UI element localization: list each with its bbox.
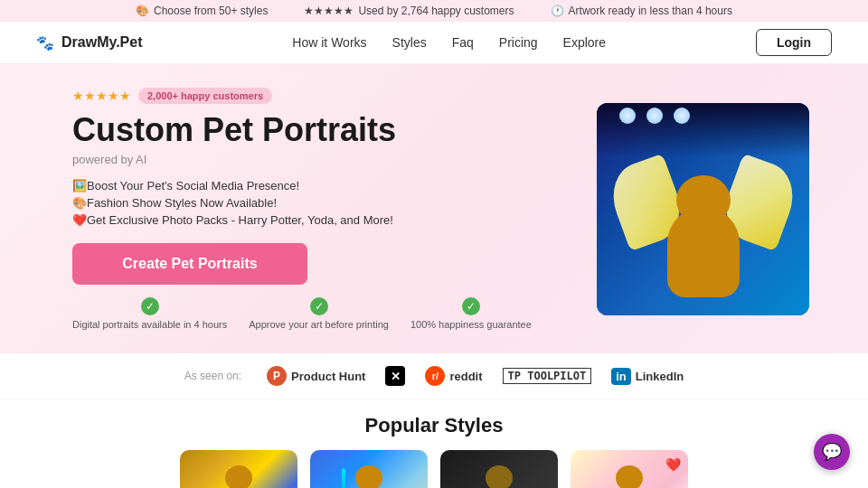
customer-badge: 2,000+ happy customers bbox=[138, 88, 272, 104]
style-card-royal[interactable]: 👑 bbox=[180, 450, 297, 488]
dog-head-1 bbox=[225, 465, 252, 488]
brand-x: ✕ bbox=[385, 366, 405, 386]
chat-bubble[interactable]: 💬 bbox=[814, 434, 850, 470]
stage-lights bbox=[597, 103, 809, 157]
ph-icon: P bbox=[267, 366, 287, 386]
toolpilot-label: TP TOOLPILOT bbox=[503, 368, 592, 384]
check-item-2: ✓ Approve your art before printing bbox=[249, 297, 389, 330]
check-label-1: Digital portraits available in 4 hours bbox=[72, 319, 227, 330]
banner-item-time: 🕐 Artwork ready in less than 4 hours bbox=[551, 5, 732, 17]
feature-3: ❤️Get Exclusive Photo Packs - Harry Pott… bbox=[72, 213, 570, 227]
stars: ★★★★★ bbox=[72, 89, 131, 103]
brand-linkedin: in LinkedIn bbox=[611, 368, 684, 385]
nav-how-it-works[interactable]: How it Works bbox=[292, 35, 366, 50]
feature-2: 🎨Fashion Show Styles Now Available! bbox=[72, 196, 570, 210]
check-item-3: ✓ 100% happiness guarantee bbox=[410, 297, 532, 330]
top-banner: 🎨 Choose from 50+ styles ★★★★★ Used by 2… bbox=[0, 0, 868, 22]
popular-styles-section: Popular Styles 👑 ❤️ bbox=[0, 399, 868, 488]
lightsaber-icon bbox=[342, 468, 345, 488]
card-dog-2 bbox=[346, 470, 392, 488]
hero-title: Custom Pet Portraits bbox=[72, 111, 570, 148]
banner-item-customers: ★★★★★ Used by 2,764 happy customers bbox=[304, 5, 514, 17]
login-button[interactable]: Login bbox=[756, 29, 832, 56]
palette-icon: 🎨 bbox=[136, 5, 149, 17]
light-2 bbox=[646, 108, 663, 124]
check-icon-2: ✓ bbox=[310, 297, 328, 315]
hero-content: ★★★★★ 2,000+ happy customers Custom Pet … bbox=[72, 88, 570, 329]
style-card-cute[interactable]: ❤️ bbox=[571, 450, 688, 488]
check-icon-1: ✓ bbox=[141, 297, 159, 315]
dog-body bbox=[667, 207, 740, 297]
linkedin-icon: in bbox=[611, 368, 631, 385]
card-dog-3 bbox=[476, 470, 522, 488]
feature-1: 🖼️Boost Your Pet's Social Media Presence… bbox=[72, 179, 570, 192]
star-icon: ★★★★★ bbox=[304, 5, 354, 17]
hero-section: ★★★★★ 2,000+ happy customers Custom Pet … bbox=[0, 64, 868, 353]
chat-icon: 💬 bbox=[822, 442, 842, 462]
hero-image-area bbox=[597, 103, 814, 315]
ph-label: Product Hunt bbox=[291, 370, 365, 383]
create-portraits-button[interactable]: Create Pet Portraits bbox=[72, 243, 307, 285]
hero-features: 🖼️Boost Your Pet's Social Media Presence… bbox=[72, 179, 570, 227]
dog-head-2 bbox=[355, 465, 382, 488]
card-dog-1 bbox=[216, 470, 261, 488]
nav-right: Login bbox=[756, 29, 832, 56]
clock-icon: 🕐 bbox=[551, 5, 564, 17]
logo[interactable]: 🐾 DrawMy.Pet bbox=[36, 34, 143, 52]
check-label-3: 100% happiness guarantee bbox=[410, 319, 532, 330]
hearts-icon: ❤️ bbox=[665, 457, 681, 472]
brand-toolpilot: TP TOOLPILOT bbox=[503, 368, 592, 384]
logo-icon: 🐾 bbox=[36, 34, 54, 52]
check-item-1: ✓ Digital portraits available in 4 hours bbox=[72, 297, 227, 330]
x-icon: ✕ bbox=[385, 366, 405, 386]
banner-text-styles: Choose from 50+ styles bbox=[154, 5, 268, 17]
as-seen-on-section: As seen on: P Product Hunt ✕ r/ reddit T… bbox=[0, 353, 868, 399]
nav-styles[interactable]: Styles bbox=[392, 35, 427, 50]
dog-illustration bbox=[597, 103, 809, 315]
stars-badge: ★★★★★ 2,000+ happy customers bbox=[72, 88, 570, 104]
nav-explore[interactable]: Explore bbox=[563, 35, 606, 50]
light-3 bbox=[674, 108, 690, 124]
navbar: 🐾 DrawMy.Pet How it Works Styles Faq Pri… bbox=[0, 22, 868, 64]
hero-image bbox=[597, 103, 809, 315]
style-card-dark[interactable] bbox=[440, 450, 558, 488]
style-card-jedi[interactable] bbox=[310, 450, 428, 488]
dog-head-4 bbox=[616, 465, 643, 488]
check-label-2: Approve your art before printing bbox=[249, 319, 389, 330]
logo-text: DrawMy.Pet bbox=[61, 34, 143, 51]
card-dog-4 bbox=[607, 470, 652, 488]
checkmarks: ✓ Digital portraits available in 4 hours… bbox=[72, 297, 570, 330]
brand-producthunt: P Product Hunt bbox=[267, 366, 365, 386]
nav-links: How it Works Styles Faq Pricing Explore bbox=[292, 35, 606, 50]
dog-head-3 bbox=[486, 465, 513, 488]
nav-faq[interactable]: Faq bbox=[452, 35, 474, 50]
style-grid: 👑 ❤️ bbox=[36, 450, 832, 488]
nav-pricing[interactable]: Pricing bbox=[499, 35, 538, 50]
banner-item-styles: 🎨 Choose from 50+ styles bbox=[136, 5, 268, 17]
hero-subtitle: powered by AI bbox=[72, 153, 570, 166]
as-seen-label: As seen on: bbox=[184, 370, 241, 382]
reddit-label: reddit bbox=[449, 370, 482, 383]
brand-reddit: r/ reddit bbox=[425, 366, 482, 386]
banner-text-time: Artwork ready in less than 4 hours bbox=[569, 5, 732, 17]
check-icon-3: ✓ bbox=[462, 297, 480, 315]
reddit-icon: r/ bbox=[425, 366, 445, 386]
brand-logos: P Product Hunt ✕ r/ reddit TP TOOLPILOT … bbox=[267, 366, 684, 386]
banner-text-customers: Used by 2,764 happy customers bbox=[358, 5, 514, 17]
linkedin-label: LinkedIn bbox=[636, 370, 684, 383]
popular-styles-title: Popular Styles bbox=[36, 414, 832, 437]
light-1 bbox=[619, 108, 636, 124]
